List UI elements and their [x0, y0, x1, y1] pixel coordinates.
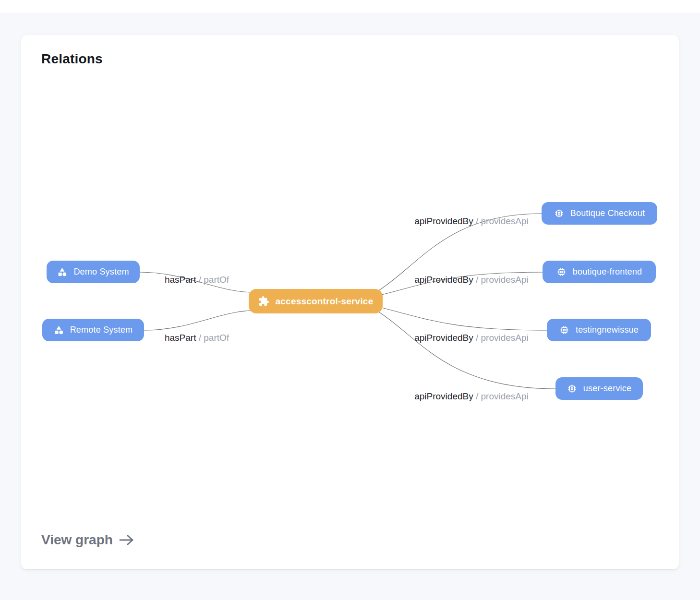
edge-testingnewissue	[382, 308, 547, 330]
node-boutique-checkout[interactable]: Boutique Checkout	[542, 202, 657, 225]
extension-icon	[258, 296, 269, 307]
arrow-right-icon	[119, 534, 135, 546]
node-label: boutique-frontend	[573, 267, 642, 277]
edge-boutique-checkout	[379, 214, 542, 290]
node-remote-system[interactable]: Remote System	[42, 319, 144, 341]
edge-demo-system	[140, 272, 251, 292]
node-demo-system[interactable]: Demo System	[47, 261, 140, 283]
node-label: Remote System	[70, 325, 133, 335]
edge-remote-system	[144, 311, 251, 330]
relations-card: Relations hasPart / partOf hasPart / par…	[21, 35, 679, 569]
category-icon	[57, 267, 67, 277]
node-label: accesscontrol-service	[276, 296, 374, 307]
edge-boutique-frontend	[382, 272, 543, 295]
memory-icon	[556, 267, 567, 277]
node-label: user-service	[583, 384, 631, 394]
edge-user-service	[379, 312, 555, 389]
node-boutique-frontend[interactable]: boutique-frontend	[543, 261, 656, 283]
relations-graph: hasPart / partOf hasPart / partOf apiPro…	[21, 35, 679, 569]
view-graph-label: View graph	[41, 532, 113, 548]
category-icon	[54, 325, 64, 335]
memory-icon	[567, 384, 577, 394]
memory-icon	[554, 208, 564, 218]
node-user-service[interactable]: user-service	[555, 377, 643, 400]
node-label: Boutique Checkout	[570, 208, 645, 218]
view-graph-link[interactable]: View graph	[41, 532, 135, 548]
node-testingnewissue[interactable]: testingnewissue	[547, 319, 651, 341]
memory-icon	[559, 325, 569, 335]
node-label: testingnewissue	[576, 325, 639, 335]
node-accesscontrol-service[interactable]: accesscontrol-service	[249, 289, 383, 313]
node-label: Demo System	[73, 267, 129, 277]
